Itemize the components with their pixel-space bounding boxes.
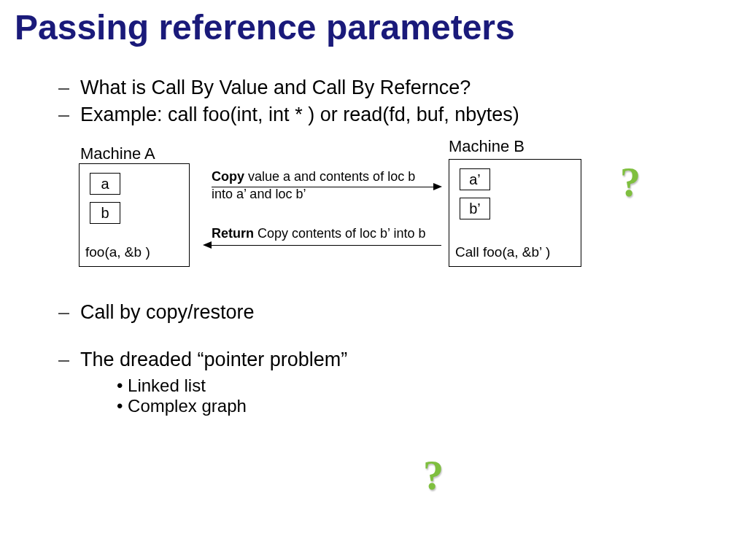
copy-text: Copy value a and contents of loc b into …	[212, 168, 445, 203]
bullet-4: – The dreaded “pointer problem”	[58, 349, 747, 371]
arrow-right-line	[212, 187, 434, 187]
dash-icon: –	[58, 349, 80, 371]
machine-a-box: a b foo(a, &b )	[79, 163, 190, 267]
sub-1: Linked list	[117, 376, 747, 396]
return-rest: Copy contents of loc b’ into b	[254, 226, 425, 241]
var-a: a	[90, 173, 120, 195]
bullet-1: – What is Call By Value and Call By Refe…	[58, 77, 747, 99]
return-text: Return Copy contents of loc b’ into b	[212, 225, 445, 242]
bullet-list-2: – Call by copy/restore – The dreaded “po…	[58, 301, 747, 416]
arrow-left-icon	[203, 241, 212, 249]
bullet-1-text: What is Call By Value and Call By Refern…	[80, 77, 471, 99]
return-bold: Return	[212, 226, 254, 241]
machine-b-call: Call foo(a, &b’ )	[455, 244, 550, 260]
machine-a-label: Machine A	[80, 144, 155, 163]
bullet-3: – Call by copy/restore	[58, 301, 747, 324]
dash-icon: –	[58, 301, 80, 324]
bullet-4-text: The dreaded “pointer problem”	[80, 349, 347, 371]
diagram: Machine A a b foo(a, &b ) Machine B a’ b…	[73, 144, 671, 283]
bullet-2-text: Example: call foo(int, int * ) or read(f…	[80, 104, 519, 126]
question-mark-icon: ?	[620, 159, 640, 206]
bullet-2: – Example: call foo(int, int * ) or read…	[58, 104, 747, 126]
dash-icon: –	[58, 77, 80, 99]
bullet-3-text: Call by copy/restore	[80, 301, 255, 324]
sub-list: Linked list Complex graph	[117, 376, 747, 416]
dash-icon: –	[58, 104, 80, 126]
copy-line2: into a’ and loc b’	[212, 187, 306, 201]
machine-b-label: Machine B	[449, 137, 525, 156]
var-b-prime: b’	[460, 198, 490, 219]
slide-title: Passing reference parameters	[15, 7, 747, 47]
var-a-prime: a’	[460, 168, 490, 190]
machine-b-box: a’ b’ Call foo(a, &b’ )	[449, 159, 581, 267]
copy-rest: value a and contents of loc b	[244, 169, 415, 184]
copy-bold: Copy	[212, 169, 244, 184]
bullet-list: – What is Call By Value and Call By Refe…	[58, 77, 747, 126]
arrow-right-icon	[433, 183, 442, 190]
machine-a-call: foo(a, &b )	[85, 244, 150, 260]
sub-2: Complex graph	[117, 396, 747, 416]
var-b: b	[90, 202, 120, 224]
question-mark-icon: ?	[423, 452, 444, 499]
arrow-left-line	[212, 245, 441, 246]
